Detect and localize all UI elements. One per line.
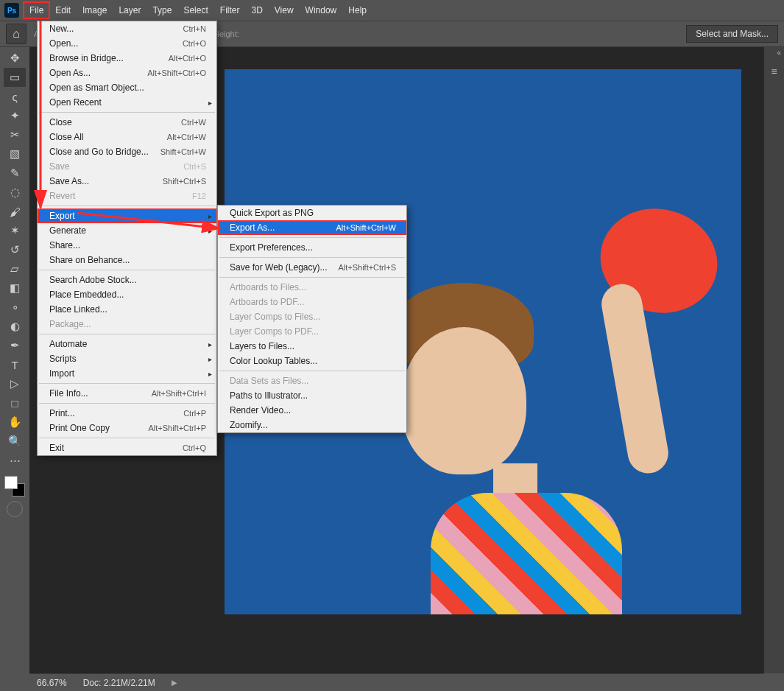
file-menu-item-export[interactable]: Export — [38, 208, 216, 223]
file-menu-item-package: Package... — [38, 317, 216, 332]
tool-rectangle[interactable]: □ — [4, 393, 26, 413]
file-menu-item-print[interactable]: Print...Ctrl+P — [38, 406, 216, 421]
file-menu-item-close-all[interactable]: Close AllAlt+Ctrl+W — [38, 130, 216, 144]
tool-brush[interactable]: 🖌 — [4, 202, 26, 221]
tool-crop[interactable]: ✂ — [4, 125, 26, 144]
menu-filter[interactable]: Filter — [214, 2, 246, 18]
file-menu-item-new[interactable]: New...Ctrl+N — [38, 21, 216, 36]
menu-bar: Ps FileEditImageLayerTypeSelectFilter3DV… — [0, 0, 784, 21]
edit-mode-toggle[interactable] — [7, 501, 23, 517]
file-menu-item-share-on-behance[interactable]: Share on Behance... — [38, 253, 216, 267]
color-swatches[interactable] — [4, 476, 25, 497]
file-menu-item-print-one-copy[interactable]: Print One CopyAlt+Shift+Ctrl+P — [38, 421, 216, 435]
file-menu-item-automate[interactable]: Automate — [38, 337, 216, 351]
select-and-mask-button[interactable]: Select and Mask... — [686, 25, 778, 43]
file-menu-item-scripts[interactable]: Scripts — [38, 351, 216, 366]
export-menu-item-layers-to-files[interactable]: Layers to Files... — [218, 339, 406, 354]
menu-type[interactable]: Type — [146, 2, 177, 18]
tool-type[interactable]: T — [4, 355, 26, 374]
file-menu-item-place-embedded[interactable]: Place Embedded... — [38, 287, 216, 302]
file-menu-item-close[interactable]: CloseCtrl+W — [38, 115, 216, 130]
tool-eyedropper[interactable]: ✎ — [4, 164, 26, 183]
menu-layer[interactable]: Layer — [113, 2, 146, 18]
tool-gradient[interactable]: ◧ — [4, 278, 26, 298]
home-button[interactable] — [6, 24, 27, 44]
file-menu-item-import[interactable]: Import — [38, 366, 216, 381]
menu-view[interactable]: View — [269, 2, 300, 18]
file-menu-item-revert: RevertF12 — [38, 189, 216, 203]
export-menu-item-artboards-to-pdf: Artboards to PDF... — [218, 295, 406, 309]
export-menu-item-zoomify[interactable]: Zoomify... — [218, 418, 406, 432]
file-menu-item-search-adobe-stock[interactable]: Search Adobe Stock... — [38, 273, 216, 287]
app-logo: Ps — [4, 3, 19, 18]
export-menu-item-export-preferences[interactable]: Export Preferences... — [218, 240, 406, 255]
file-menu-item-open-as-smart-object[interactable]: Open as Smart Object... — [38, 80, 216, 95]
tool-spot-heal[interactable]: ◌ — [4, 183, 26, 202]
export-menu-item-artboards-to-files: Artboards to Files... — [218, 280, 406, 295]
tool-magic-wand[interactable]: ✦ — [4, 106, 26, 125]
export-submenu: Quick Export as PNGExport As...Alt+Shift… — [217, 205, 407, 433]
file-menu-dropdown: New...Ctrl+NOpen...Ctrl+OBrowse in Bridg… — [37, 21, 217, 456]
export-menu-item-save-for-web-legacy[interactable]: Save for Web (Legacy)...Alt+Shift+Ctrl+S — [218, 260, 406, 275]
tool-zoom[interactable]: 🔍 — [4, 432, 26, 451]
export-menu-item-color-lookup-tables[interactable]: Color Lookup Tables... — [218, 354, 406, 368]
tool-history-brush[interactable]: ↺ — [4, 240, 26, 259]
export-menu-item-layer-comps-to-files: Layer Comps to Files... — [218, 309, 406, 324]
menu-window[interactable]: Window — [300, 2, 343, 18]
menu-file[interactable]: File — [24, 2, 49, 18]
export-menu-item-layer-comps-to-pdf: Layer Comps to PDF... — [218, 324, 406, 339]
file-menu-item-browse-in-bridge[interactable]: Browse in Bridge...Alt+Ctrl+O — [38, 51, 216, 66]
tool-eraser[interactable]: ▱ — [4, 259, 26, 278]
right-panel-collapsed: « ≡ — [763, 47, 784, 673]
tool-blur[interactable]: ∘ — [4, 298, 26, 317]
file-menu-item-generate[interactable]: Generate — [38, 223, 216, 238]
tool-rect-marquee[interactable]: ▭ — [4, 68, 26, 87]
file-menu-item-save-as[interactable]: Save As...Shift+Ctrl+S — [38, 174, 216, 189]
menu-help[interactable]: Help — [342, 2, 372, 18]
home-icon — [13, 27, 20, 41]
file-menu-item-exit[interactable]: ExitCtrl+Q — [38, 441, 216, 455]
panel-icon[interactable]: ≡ — [764, 66, 784, 77]
export-menu-item-paths-to-illustrator[interactable]: Paths to Illustrator... — [218, 388, 406, 403]
tool-lasso[interactable]: ς — [4, 87, 26, 106]
tool-dodge[interactable]: ◐ — [4, 317, 26, 336]
tool-frame[interactable]: ▧ — [4, 144, 26, 164]
tool-clone[interactable]: ✶ — [4, 221, 26, 240]
file-menu-item-open-as[interactable]: Open As...Alt+Shift+Ctrl+O — [38, 66, 216, 80]
status-arrow-icon[interactable]: ▶ — [172, 678, 177, 687]
export-menu-item-data-sets-as-files: Data Sets as Files... — [218, 373, 406, 388]
file-menu-item-share[interactable]: Share... — [38, 238, 216, 253]
status-bar: 66.67% Doc: 2.21M/2.21M ▶ — [29, 673, 763, 691]
tool-more[interactable]: ⋯ — [4, 451, 26, 470]
menu-edit[interactable]: Edit — [49, 2, 77, 18]
file-menu-item-save: SaveCtrl+S — [38, 159, 216, 174]
file-menu-item-open[interactable]: Open...Ctrl+O — [38, 36, 216, 51]
export-menu-item-render-video[interactable]: Render Video... — [218, 403, 406, 418]
export-menu-item-export-as[interactable]: Export As...Alt+Shift+Ctrl+W — [218, 220, 406, 235]
tools-panel: ✥▭ς✦✂▧✎◌🖌✶↺▱◧∘◐✒T▷□✋🔍⋯ — [0, 47, 29, 519]
file-menu-item-file-info[interactable]: File Info...Alt+Shift+Ctrl+I — [38, 386, 216, 401]
menu-image[interactable]: Image — [77, 2, 113, 18]
tool-path-select[interactable]: ▷ — [4, 374, 26, 393]
tool-move[interactable]: ✥ — [4, 49, 26, 68]
height-label: Height: — [213, 29, 239, 38]
menu-3d[interactable]: 3D — [245, 2, 268, 18]
export-menu-item-quick-export-as-png[interactable]: Quick Export as PNG — [218, 206, 406, 220]
menu-select[interactable]: Select — [177, 2, 213, 18]
file-menu-item-place-linked[interactable]: Place Linked... — [38, 302, 216, 317]
panel-collapse-icon[interactable]: « — [764, 47, 784, 58]
zoom-level[interactable]: 66.67% — [37, 678, 67, 688]
tool-hand[interactable]: ✋ — [4, 413, 26, 432]
file-menu-item-open-recent[interactable]: Open Recent — [38, 95, 216, 110]
doc-size: Doc: 2.21M/2.21M — [83, 678, 155, 688]
tool-pen[interactable]: ✒ — [4, 336, 26, 355]
file-menu-item-close-and-go-to-bridge[interactable]: Close and Go to Bridge...Shift+Ctrl+W — [38, 144, 216, 159]
